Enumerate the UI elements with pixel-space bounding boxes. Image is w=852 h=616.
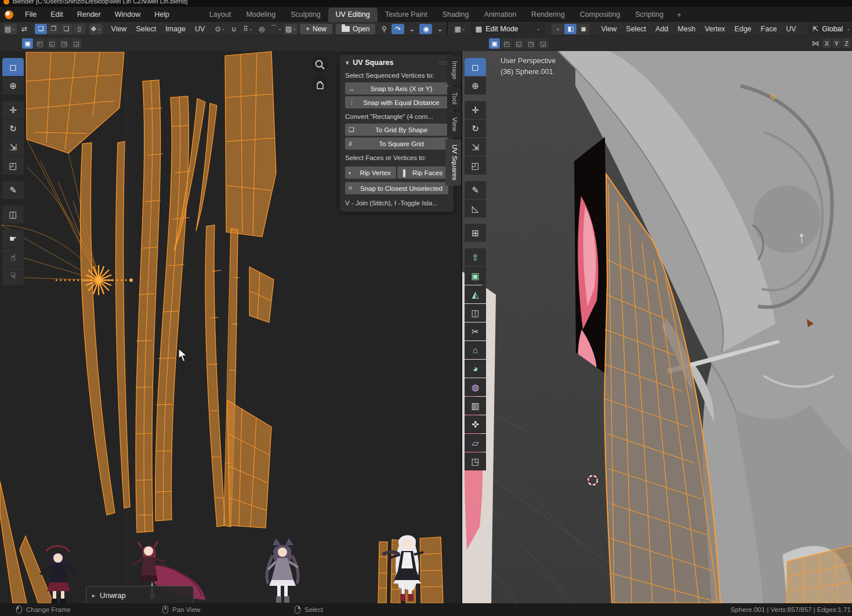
pan-hand-icon[interactable] [312, 76, 328, 92]
gizmos-dropdown-icon[interactable]: ⌄ [405, 24, 418, 34]
snap-to-axis-button[interactable]: ↔ Snap to Axis (X or Y) [345, 82, 448, 95]
menu-image[interactable]: Image [161, 23, 190, 35]
workspace-tab-rendering[interactable]: Rendering [524, 8, 572, 22]
snap-equal-distance-button[interactable]: ⋮ Snap with Equal Distance [345, 96, 448, 108]
expand-chevron-icon[interactable]: ▸ [92, 592, 95, 599]
axis-toggle-z[interactable]: Z [842, 38, 851, 48]
tool-shrink-fatten-icon[interactable]: ✜ [465, 415, 486, 433]
tool-scale-icon[interactable]: ⇲ [465, 138, 486, 156]
pivot-point-icon[interactable]: ⊙⌄ [213, 24, 226, 34]
menu-edge[interactable]: Edge [730, 23, 756, 35]
select-mode-face-icon[interactable]: ◼ [577, 24, 589, 34]
snap-magnet-icon[interactable]: ∪ [227, 24, 240, 34]
selectbox-invert-icon[interactable]: ◳ [525, 38, 536, 49]
tool-pinch-icon[interactable]: ☟ [2, 267, 24, 285]
to-square-grid-button[interactable]: # To Square Grid [345, 137, 448, 150]
uv-sync-selection-icon[interactable]: ⇄ [18, 24, 31, 34]
add-workspace-button[interactable]: + [671, 8, 687, 21]
uv-editor-type-icon[interactable]: ▤⌄ [3, 24, 17, 34]
transform-orientation-dropdown[interactable]: ⇱Global⌄ [808, 23, 852, 34]
menu-select[interactable]: Select [131, 23, 161, 35]
rip-faces-button[interactable]: ▐ Rip Faces [397, 166, 448, 179]
tool-tweak-select-icon[interactable]: ◻ [465, 58, 486, 76]
select-mode-edge-icon[interactable]: ❐ [48, 24, 60, 34]
select-mode-vertex-icon[interactable]: ❏ [35, 24, 47, 34]
menu-mesh[interactable]: Mesh [673, 23, 700, 35]
workspace-tab-animation[interactable]: Animation [477, 8, 524, 22]
tool-tweak-select-icon[interactable]: ◻ [2, 58, 24, 76]
to-grid-by-shape-button[interactable]: ❏ To Grid By Shape [345, 124, 448, 136]
tool-scale-icon[interactable]: ⇲ [2, 138, 24, 156]
tool-annotate-icon[interactable]: ✎ [465, 181, 486, 199]
selectbox-invert-icon[interactable]: ◳ [59, 38, 70, 49]
workspace-tab-layout[interactable]: Layout [202, 8, 239, 22]
side-tab-uv-squares[interactable]: UV Squares [445, 139, 461, 186]
axis-toggle-y[interactable]: Y [832, 38, 841, 48]
workspace-tab-compositing[interactable]: Compositing [572, 8, 628, 22]
tool-rip-region-icon[interactable]: ◫ [2, 205, 24, 223]
workspace-tab-shading[interactable]: Shading [435, 8, 477, 22]
unwrap-operator-panel[interactable]: ▸ Unwrap [86, 586, 194, 603]
workspace-tab-modeling[interactable]: Modeling [238, 8, 283, 22]
tool-add-cube-icon[interactable]: ⊞ [465, 224, 486, 242]
overlays-dropdown-icon[interactable]: ⌄ [433, 24, 446, 34]
selectbox-new-icon[interactable]: ▣ [489, 38, 500, 49]
rip-vertex-button[interactable]: • Rip Vertex [345, 166, 396, 179]
blender-logo-icon[interactable] [5, 10, 13, 19]
selectbox-extend-icon[interactable]: ◰ [34, 38, 45, 49]
new-image-button[interactable]: +New [300, 24, 332, 34]
menu-edit[interactable]: Edit [45, 9, 69, 20]
gizmos-toggle-icon[interactable]: ↷ [391, 24, 404, 34]
uv-squares-panel-header[interactable]: ∨ UV Squares :::: [345, 59, 448, 67]
menu-uv[interactable]: UV [781, 23, 800, 35]
selectbox-extend-icon[interactable]: ◰ [501, 38, 512, 49]
menu-window[interactable]: Window [109, 9, 146, 20]
tool-knife-icon[interactable]: ✂ [465, 323, 486, 340]
menu-face[interactable]: Face [756, 23, 782, 35]
tool-measure-icon[interactable]: ◺ [465, 200, 486, 218]
selectbox-intersect-icon[interactable]: ◲ [71, 38, 82, 49]
falloff-curve-icon[interactable]: ⌒⌄ [269, 24, 283, 34]
menu-vertex[interactable]: Vertex [700, 23, 730, 35]
tool-move-icon[interactable]: ✛ [465, 101, 486, 119]
workspace-tab-scripting[interactable]: Scripting [628, 8, 671, 22]
tool-smooth-icon[interactable]: ◍ [465, 378, 486, 396]
tool-move-icon[interactable]: ✛ [2, 101, 24, 119]
tool-rotate-icon[interactable]: ↻ [2, 119, 24, 137]
side-tab-tool[interactable]: Tool [447, 87, 461, 110]
open-image-button[interactable]: Open [336, 24, 375, 34]
select-mode-island-icon[interactable]: ▯ [73, 24, 85, 34]
workspace-tab-texture-paint[interactable]: Texture Paint [378, 8, 435, 22]
menu-render[interactable]: Render [71, 9, 107, 20]
menu-view[interactable]: View [596, 23, 621, 35]
snapping-options-icon[interactable]: ⠿⌄ [241, 24, 254, 34]
menu-help[interactable]: Help [148, 9, 175, 20]
tool-transform-icon[interactable]: ◰ [465, 157, 486, 175]
workspace-tab-uv-editing[interactable]: UV Editing [328, 8, 378, 22]
tool-cursor-icon[interactable]: ⊕ [2, 77, 24, 95]
tool-loop-cut-icon[interactable]: ◫ [465, 304, 486, 322]
tool-grab-icon[interactable]: ☛ [2, 230, 24, 248]
image-browse-icon[interactable]: ▨⌄ [284, 24, 298, 34]
menu-add[interactable]: Add [651, 23, 673, 35]
overlays-toggle-icon[interactable]: ◉ [419, 24, 432, 34]
sticky-selection-icon[interactable]: ❖⌄ [89, 24, 102, 34]
tool-poly-build-icon[interactable]: ⌂ [465, 341, 486, 359]
menu-uv[interactable]: UV [190, 23, 209, 35]
tool-annotate-icon[interactable]: ✎ [2, 181, 24, 199]
tool-relax-icon[interactable]: ☝ [2, 248, 24, 266]
axis-toggle-x[interactable]: X [822, 38, 831, 48]
tool-shear-icon[interactable]: ▱ [465, 434, 486, 452]
snap-closest-unselected-button[interactable]: ⌗ Snap to Closest Unselected [345, 182, 448, 194]
proportional-editing-icon[interactable]: ◎ [255, 24, 268, 34]
tool-rotate-icon[interactable]: ↻ [465, 119, 486, 137]
selectbox-new-icon[interactable]: ▣ [22, 38, 33, 49]
pin-icon[interactable]: ⚲ [378, 24, 390, 34]
select-mode-face-icon[interactable]: ❑ [60, 24, 72, 34]
side-tab-view[interactable]: View [447, 112, 461, 137]
select-mode-vertex-icon[interactable]: ▫ [552, 24, 564, 34]
tool-edge-slide-icon[interactable]: ▥ [465, 397, 486, 415]
viewport-canvas[interactable]: ◻⊕✛↻⇲◰✎◺⊞⇧▣◭◫✂⌂◕◍▥✜▱◳ User Perspective (… [462, 51, 852, 603]
tool-inset-faces-icon[interactable]: ▣ [465, 267, 486, 285]
tool-extrude-region-icon[interactable]: ⇧ [465, 248, 486, 266]
